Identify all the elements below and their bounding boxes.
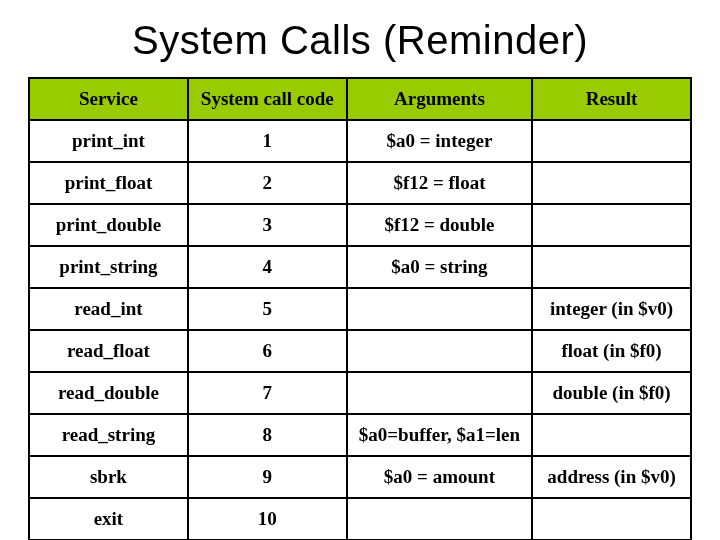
cell-service: read_float — [29, 330, 188, 372]
col-header-result: Result — [532, 78, 691, 120]
cell-service: sbrk — [29, 456, 188, 498]
cell-code: 10 — [188, 498, 347, 540]
cell-service: read_double — [29, 372, 188, 414]
table-row: exit 10 — [29, 498, 691, 540]
table-row: read_int 5 integer (in $v0) — [29, 288, 691, 330]
cell-code: 1 — [188, 120, 347, 162]
cell-service: exit — [29, 498, 188, 540]
slide: System Calls (Reminder) Service System c… — [0, 0, 720, 540]
cell-result — [532, 162, 691, 204]
cell-result — [532, 120, 691, 162]
cell-args: $a0=buffer, $a1=len — [347, 414, 532, 456]
col-header-service: Service — [29, 78, 188, 120]
table-header-row: Service System call code Arguments Resul… — [29, 78, 691, 120]
page-title: System Calls (Reminder) — [28, 18, 692, 63]
cell-args: $f12 = float — [347, 162, 532, 204]
cell-code: 5 — [188, 288, 347, 330]
cell-result — [532, 414, 691, 456]
col-header-code: System call code — [188, 78, 347, 120]
cell-result: float (in $f0) — [532, 330, 691, 372]
cell-args — [347, 498, 532, 540]
cell-result — [532, 246, 691, 288]
cell-args — [347, 288, 532, 330]
table-row: read_float 6 float (in $f0) — [29, 330, 691, 372]
cell-args: $a0 = amount — [347, 456, 532, 498]
cell-service: print_string — [29, 246, 188, 288]
cell-result: address (in $v0) — [532, 456, 691, 498]
cell-code: 6 — [188, 330, 347, 372]
cell-result — [532, 498, 691, 540]
syscall-table: Service System call code Arguments Resul… — [28, 77, 692, 540]
table-row: read_double 7 double (in $f0) — [29, 372, 691, 414]
cell-args — [347, 330, 532, 372]
cell-code: 4 — [188, 246, 347, 288]
cell-service: print_float — [29, 162, 188, 204]
cell-code: 9 — [188, 456, 347, 498]
cell-result: double (in $f0) — [532, 372, 691, 414]
cell-args: $f12 = double — [347, 204, 532, 246]
table-row: read_string 8 $a0=buffer, $a1=len — [29, 414, 691, 456]
cell-code: 8 — [188, 414, 347, 456]
col-header-args: Arguments — [347, 78, 532, 120]
cell-code: 3 — [188, 204, 347, 246]
cell-service: print_int — [29, 120, 188, 162]
cell-service: print_double — [29, 204, 188, 246]
cell-service: read_string — [29, 414, 188, 456]
table-row: print_float 2 $f12 = float — [29, 162, 691, 204]
cell-result — [532, 204, 691, 246]
cell-args: $a0 = integer — [347, 120, 532, 162]
table-row: print_string 4 $a0 = string — [29, 246, 691, 288]
cell-code: 2 — [188, 162, 347, 204]
table-row: print_int 1 $a0 = integer — [29, 120, 691, 162]
table-row: print_double 3 $f12 = double — [29, 204, 691, 246]
cell-args — [347, 372, 532, 414]
table-row: sbrk 9 $a0 = amount address (in $v0) — [29, 456, 691, 498]
cell-code: 7 — [188, 372, 347, 414]
cell-service: read_int — [29, 288, 188, 330]
cell-args: $a0 = string — [347, 246, 532, 288]
cell-result: integer (in $v0) — [532, 288, 691, 330]
